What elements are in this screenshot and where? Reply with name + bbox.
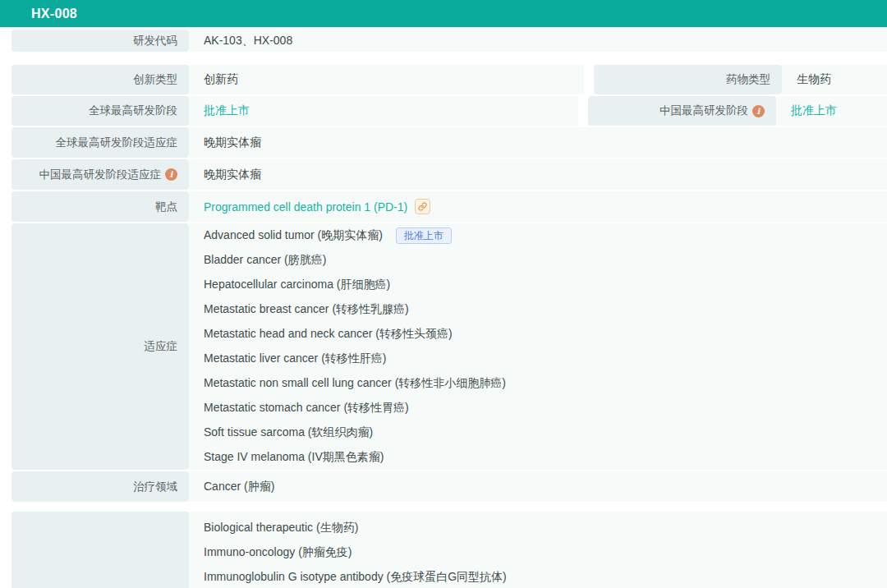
global-stage-indication-value: 晚期实体瘤	[189, 127, 887, 158]
section-classification: Biological therapeutic (生物药) Immuno-onco…	[11, 512, 887, 588]
therapy-area-value: Cancer (肿瘤)	[189, 471, 887, 502]
indication-item: Metastatic liver cancer (转移性肝癌)	[189, 347, 887, 371]
info-icon[interactable]: i	[165, 168, 177, 181]
indications-list: Advanced solid tumor (晚期实体瘤) 批准上市 Bladde…	[189, 223, 887, 470]
indication-item: Metastatic breast cancer (转移性乳腺癌)	[189, 297, 887, 322]
indication-item: Soft tissue sarcoma (软组织肉瘤)	[189, 420, 887, 445]
column-gap	[584, 65, 594, 94]
china-stage-label-cell: 中国最高研发阶段 i	[588, 96, 776, 126]
global-stage-cell: 批准上市	[189, 96, 578, 126]
row-innovation-drug-type: 创新类型 创新药 药物类型 生物药	[11, 65, 887, 94]
drug-type-value: 生物药	[782, 65, 887, 94]
indication-item: Stage IV melanoma (IV期黑色素瘤)	[189, 445, 887, 470]
china-stage-label: 中国最高研发阶段	[660, 103, 748, 118]
row-global-stage-indication: 全球最高研发阶段适应症 晚期实体瘤	[11, 127, 887, 158]
row-classification: Biological therapeutic (生物药) Immuno-onco…	[11, 512, 887, 588]
row-therapy-area: 治疗领域 Cancer (肿瘤)	[11, 471, 887, 502]
china-stage-indication-value: 晚期实体瘤	[189, 159, 887, 190]
app-header: HX-008	[0, 0, 887, 27]
row-indications: 适应症 Advanced solid tumor (晚期实体瘤) 批准上市 Bl…	[11, 223, 887, 470]
indication-item: Metastatic head and neck cancer (转移性头颈癌)	[189, 322, 887, 347]
section-main-info: 创新类型 创新药 药物类型 生物药 全球最高研发阶段 批准上市 中国最高研发阶段…	[11, 65, 887, 502]
target-label: 靶点	[11, 191, 189, 222]
dev-code-label: 研发代码	[11, 30, 189, 52]
column-gap	[578, 96, 588, 126]
indication-item: Metastatic stomach cancer (转移性胃癌)	[189, 396, 887, 420]
indication-item: Hepatocellular carcinoma (肝细胞癌)	[189, 273, 887, 297]
external-link-icon[interactable]	[415, 199, 430, 214]
global-stage-label: 全球最高研发阶段	[11, 96, 189, 126]
row-dev-code: 研发代码 AK-103、HX-008	[11, 30, 887, 52]
global-stage-value[interactable]: 批准上市	[204, 103, 250, 118]
classification-item: Immuno-oncology (肿瘤免疫)	[189, 540, 887, 565]
dev-code-value: AK-103、HX-008	[189, 30, 887, 52]
global-stage-indication-label: 全球最高研发阶段适应症	[11, 127, 189, 158]
section-dev-code: 研发代码 AK-103、HX-008	[11, 30, 887, 52]
innovation-type-label: 创新类型	[11, 65, 189, 94]
approval-status-badge[interactable]: 批准上市	[396, 227, 452, 244]
row-china-stage-indication: 中国最高研发阶段适应症 i 晚期实体瘤	[11, 159, 887, 190]
indication-item: Bladder cancer (膀胱癌)	[189, 248, 887, 273]
drug-type-label: 药物类型	[594, 65, 782, 94]
classification-item: Immunoglobulin G isotype antibody (免疫球蛋白…	[189, 565, 887, 588]
page-title: HX-008	[31, 7, 77, 21]
classification-item: Biological therapeutic (生物药)	[189, 516, 887, 540]
indication-item: Advanced solid tumor (晚期实体瘤) 批准上市	[189, 223, 887, 248]
china-stage-cell: 批准上市	[776, 96, 887, 126]
classification-list: Biological therapeutic (生物药) Immuno-onco…	[189, 512, 887, 588]
info-icon[interactable]: i	[752, 105, 765, 117]
classification-label-cell	[11, 512, 189, 588]
china-stage-indication-label-cell: 中国最高研发阶段适应症 i	[11, 159, 189, 190]
indication-item: Metastatic non small cell lung cancer (转…	[189, 371, 887, 396]
indications-label: 适应症	[11, 223, 189, 470]
innovation-type-value: 创新药	[189, 65, 584, 94]
target-cell: Programmed cell death protein 1 (PD-1)	[189, 191, 887, 222]
china-stage-value[interactable]: 批准上市	[791, 103, 837, 118]
row-target: 靶点 Programmed cell death protein 1 (PD-1…	[11, 191, 887, 222]
target-link[interactable]: Programmed cell death protein 1 (PD-1)	[204, 200, 407, 214]
therapy-area-label: 治疗领域	[11, 471, 189, 502]
china-stage-indication-label: 中国最高研发阶段适应症	[39, 168, 162, 182]
row-highest-stage: 全球最高研发阶段 批准上市 中国最高研发阶段 i 批准上市	[11, 96, 887, 126]
